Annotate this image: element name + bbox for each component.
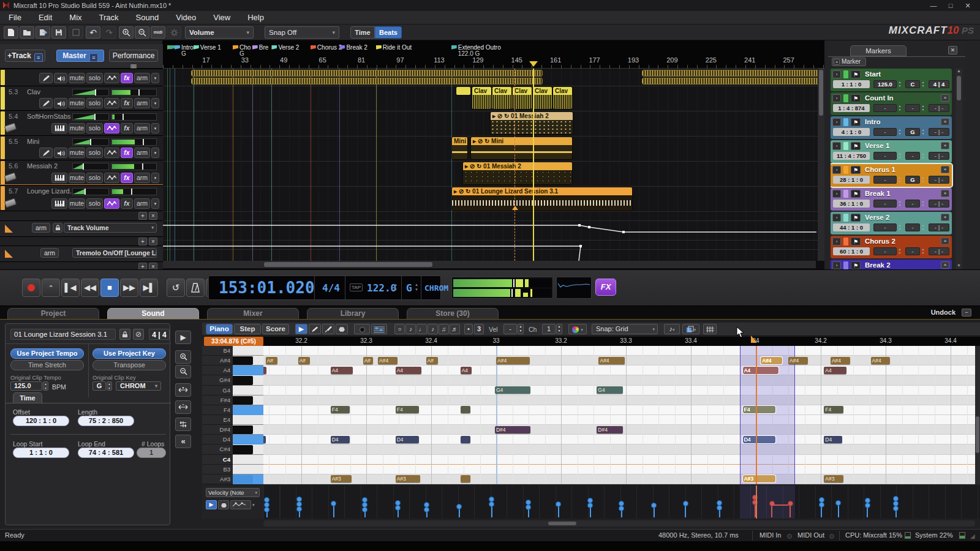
marker-expand-icon[interactable]: › bbox=[832, 238, 841, 246]
brush-tool-icon[interactable] bbox=[322, 324, 334, 334]
time-stretch-button[interactable]: Time Stretch bbox=[10, 360, 84, 370]
ch-value-field[interactable]: 1 bbox=[542, 324, 556, 334]
zoom-in-icon[interactable] bbox=[119, 26, 134, 39]
piano-keys[interactable]: B4A#4A4G#4G4F#4F4E4D#4D4C#4C4B3A#3 bbox=[202, 346, 263, 484]
loop-start-field[interactable]: 1 : 1 : 0 bbox=[13, 448, 69, 458]
track-chevron-icon[interactable]: ▾ bbox=[151, 123, 159, 133]
tempo-value[interactable]: 122.0 bbox=[367, 282, 396, 294]
master-menu-icon[interactable]: ≡ bbox=[89, 53, 98, 62]
track-name[interactable]: Mini bbox=[27, 138, 39, 145]
piano-note-A4[interactable]: A4 bbox=[396, 367, 421, 374]
key-spinner[interactable]: ▲▼ bbox=[415, 282, 418, 292]
master-fx-button[interactable]: FX bbox=[595, 279, 616, 296]
marker-expand-icon[interactable]: › bbox=[832, 261, 841, 269]
velocity-lollipop[interactable] bbox=[333, 503, 334, 517]
piano-roll-vscroll-thumb[interactable] bbox=[976, 416, 979, 453]
num-loops-field[interactable]: 1 bbox=[137, 448, 166, 458]
piano-note[interactable] bbox=[461, 475, 470, 482]
solo-button[interactable]: solo bbox=[86, 173, 103, 183]
marker-tempo-field[interactable]: - bbox=[873, 200, 897, 208]
arranger-hscrollbar[interactable] bbox=[163, 261, 816, 268]
instrument-chip-icon[interactable] bbox=[4, 172, 17, 182]
arm-button[interactable]: arm bbox=[134, 198, 150, 209]
timeline-marker-flag[interactable]: Bre bbox=[252, 44, 269, 51]
track-meter[interactable] bbox=[111, 188, 157, 195]
maximize-button[interactable]: □ bbox=[942, 2, 959, 9]
marker-key-field[interactable]: C bbox=[905, 80, 920, 88]
marker-name[interactable]: Verse 1 bbox=[865, 142, 889, 149]
draw-tool-icon[interactable] bbox=[39, 98, 53, 108]
marker-tempo-spinner[interactable]: ▲▼ bbox=[897, 176, 902, 184]
track-volume-slider[interactable] bbox=[72, 138, 109, 146]
automation-lock-icon[interactable] bbox=[53, 223, 62, 233]
piano-note-As3[interactable]: A#3 bbox=[743, 475, 775, 482]
marker-key-spinner[interactable]: ▲▼ bbox=[921, 80, 925, 88]
note-duration-icon-0[interactable]: ○ bbox=[394, 324, 405, 334]
use-project-key-button[interactable]: Use Project Key bbox=[92, 348, 166, 359]
marker-tempo-field[interactable]: - bbox=[873, 223, 897, 231]
clip[interactable]: Clav bbox=[472, 86, 492, 110]
piano-roll-ruler[interactable]: 32.232.332.43333.233.333.43434.234.334.4 bbox=[263, 337, 980, 346]
marker-sig-field[interactable]: - | - bbox=[929, 152, 949, 160]
render-icon[interactable] bbox=[69, 26, 83, 39]
velocity-lollipop[interactable] bbox=[867, 500, 868, 517]
piano-note[interactable] bbox=[461, 406, 470, 413]
draw-tool-icon[interactable] bbox=[39, 73, 53, 83]
marker-sig-field[interactable]: - | - bbox=[929, 247, 949, 255]
piano-key-D#4[interactable]: D#4 bbox=[202, 425, 263, 435]
piano-note-As[interactable]: A# bbox=[266, 357, 277, 364]
dotted-note-icon[interactable]: • bbox=[464, 324, 473, 334]
track-row-5.3[interactable]: 5.3Clavmutesolofxarm▾ bbox=[0, 86, 163, 110]
piano-key-E4[interactable]: E4 bbox=[202, 415, 263, 425]
orig-scale-dropdown[interactable]: CHROM▾ bbox=[116, 381, 161, 391]
marker-expand-icon[interactable]: › bbox=[832, 142, 841, 150]
marker-row-chorus-2[interactable]: ›⚑Chorus 2×60 : 1 : 0-▲▼-▲▼- | - bbox=[831, 236, 952, 258]
automation-arm-button[interactable]: arm bbox=[40, 248, 59, 258]
scale-value[interactable]: CHROM bbox=[424, 283, 448, 293]
piano-note-A4[interactable]: A4 bbox=[743, 367, 778, 374]
h-shrink-icon[interactable] bbox=[175, 400, 191, 414]
marker-key-spinner[interactable]: ▲▼ bbox=[921, 200, 925, 208]
orig-tempo-spinner[interactable]: ▲▼ bbox=[43, 381, 48, 391]
beats-toggle-button[interactable]: Beats bbox=[375, 26, 402, 39]
fx-button[interactable]: fx bbox=[121, 123, 133, 133]
marker-tempo-field[interactable]: - bbox=[873, 104, 897, 112]
marker-row-start[interactable]: ›⚑Start1 : 1 : 0125.0▲▼C▲▼4 | 4 bbox=[831, 69, 952, 91]
time-signature[interactable]: 4/4 bbox=[322, 282, 340, 294]
draw-tool-icon[interactable] bbox=[39, 148, 53, 158]
piano-note-F4[interactable]: F4 bbox=[331, 406, 350, 413]
piano-note-G4[interactable]: G4 bbox=[495, 386, 530, 394]
arm-button[interactable]: arm bbox=[134, 148, 150, 158]
markers-scroll-up-icon[interactable]: ▲ bbox=[956, 69, 962, 75]
marker-position-field[interactable]: 60 : 1 : 0 bbox=[833, 247, 870, 255]
piano-key-C4[interactable]: C4 bbox=[202, 455, 263, 465]
pencil-tool-icon[interactable] bbox=[309, 324, 321, 334]
marker-tempo-spinner[interactable]: ▲▼ bbox=[897, 80, 902, 88]
fit-icon[interactable] bbox=[175, 418, 191, 431]
clip[interactable]: Mini bbox=[451, 137, 468, 160]
master-track-button[interactable]: Master≡ bbox=[56, 50, 104, 62]
piano-note-D4[interactable]: D4 bbox=[743, 436, 775, 443]
marker-key-field[interactable]: - bbox=[905, 223, 920, 231]
arm-button[interactable]: arm bbox=[134, 173, 150, 183]
marker-name[interactable]: Intro bbox=[865, 118, 881, 126]
undock-button[interactable]: Undock bbox=[931, 309, 956, 316]
marker-delete-icon[interactable]: × bbox=[941, 261, 949, 269]
marker-key-spinner[interactable]: ▲▼ bbox=[921, 152, 925, 160]
clip-area[interactable]: ClavClavClavClavClav▸ ⊘ ↻ 01 Messiah 2Mi… bbox=[163, 69, 824, 261]
playhead-marker[interactable] bbox=[529, 61, 538, 67]
piano-key-F4[interactable]: F4 bbox=[202, 405, 263, 415]
marker-key-spinner[interactable]: ▲▼ bbox=[921, 223, 925, 231]
tempo-spinner[interactable]: ▲▼ bbox=[394, 282, 398, 292]
menu-track[interactable]: Track bbox=[91, 11, 127, 24]
tap-tempo-button[interactable]: TAP bbox=[350, 283, 363, 291]
vel-value-field[interactable]: - bbox=[503, 324, 517, 334]
marker-expand-icon[interactable]: › bbox=[832, 70, 841, 78]
piano-instrument-icon[interactable] bbox=[51, 123, 67, 133]
gear-icon[interactable] bbox=[167, 26, 181, 39]
marker-color-chip[interactable] bbox=[843, 118, 848, 126]
loop-button[interactable]: ↺ bbox=[167, 279, 185, 297]
metronome-button[interactable] bbox=[186, 279, 205, 297]
clip[interactable]: Clav bbox=[492, 86, 512, 110]
velocity-lollipop[interactable] bbox=[895, 498, 897, 517]
